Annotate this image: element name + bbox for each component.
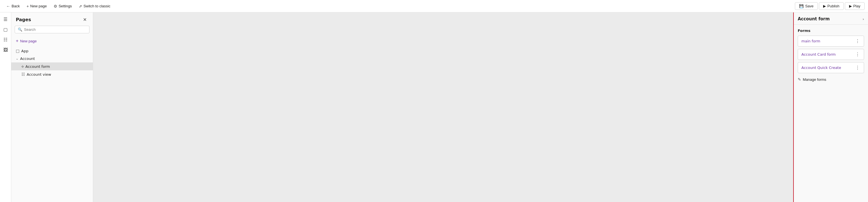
chevron-down-icon: ⌄ (16, 57, 18, 60)
switch-classic-button[interactable]: ⇗ Switch to classic (76, 3, 113, 9)
search-icon: 🔍 (18, 27, 22, 32)
nav-item-app[interactable]: □ App (11, 47, 93, 55)
nav-item-account-view-label: Account view (27, 72, 51, 77)
forms-section-label: Forms (798, 29, 864, 33)
new-page-label: New page (30, 4, 47, 8)
close-pages-button[interactable]: ✕ (81, 17, 88, 23)
plus-icon: + (16, 38, 18, 44)
play-button[interactable]: ▶ Play (845, 2, 865, 10)
search-box: 🔍 (15, 26, 90, 33)
form-item-quick-create-label: Account Quick Create (801, 65, 841, 70)
back-label: Back (11, 4, 20, 8)
save-icon: 💾 (799, 4, 804, 8)
plus-icon: + (27, 4, 29, 8)
icon-rail: ☰ ▢ ☷ 🖼 (0, 12, 11, 202)
search-input[interactable] (24, 27, 86, 32)
publish-button[interactable]: ▶ Publish (819, 2, 844, 10)
switch-classic-label: Switch to classic (84, 4, 111, 8)
topbar-left: ← Back + New page ⚙ Settings ⇗ Switch to… (3, 3, 795, 9)
pages-title: Pages (16, 17, 31, 22)
form-item-card-label: Account Card form (801, 52, 836, 57)
manage-forms-label: Manage forms (803, 78, 826, 82)
back-button[interactable]: ← Back (3, 3, 23, 9)
switch-icon: ⇗ (79, 4, 82, 8)
nav-item-account-form[interactable]: ⎆ Account form (11, 62, 93, 70)
form-item-card[interactable]: Account Card form ⋮ (798, 49, 864, 60)
right-panel-title: Account form (798, 17, 830, 22)
page-icon[interactable]: ▢ (1, 25, 10, 34)
form-item-main-more-button[interactable]: ⋮ (855, 38, 860, 44)
new-page-panel-button[interactable]: + New page (11, 37, 93, 45)
settings-button[interactable]: ⚙ Settings (51, 3, 75, 9)
form-item-main[interactable]: main form ⋮ (798, 36, 864, 47)
save-label: Save (805, 4, 813, 8)
form-icon: ⎆ (22, 64, 24, 69)
settings-label: Settings (59, 4, 72, 8)
topbar-right: 💾 Save ▶ Publish ▶ Play (795, 2, 865, 10)
nav-tree: □ App ⌄ Account ⎆ Account form ☷ Account… (11, 47, 93, 202)
form-item-main-label: main form (801, 39, 820, 43)
back-icon: ← (6, 4, 10, 8)
list-icon[interactable]: ☷ (1, 35, 10, 44)
play-label: Play (853, 4, 860, 8)
new-page-button[interactable]: + New page (24, 3, 50, 9)
new-page-panel-label: New page (20, 39, 37, 43)
right-panel: Account form › Forms main form ⋮ Account… (793, 12, 868, 202)
hamburger-icon[interactable]: ☰ (1, 15, 10, 24)
form-item-quick-create[interactable]: Account Quick Create ⋮ (798, 62, 864, 73)
nav-item-account-view[interactable]: ☷ Account view (11, 70, 93, 78)
save-button[interactable]: 💾 Save (795, 2, 818, 10)
app-icon: □ (16, 49, 20, 53)
manage-forms-button[interactable]: ✎ Manage forms (798, 76, 826, 83)
canvas-area (93, 12, 793, 202)
form-item-quick-create-more-button[interactable]: ⋮ (855, 65, 860, 70)
pencil-icon: ✎ (798, 77, 801, 82)
nav-item-account[interactable]: ⌄ Account (11, 55, 93, 62)
table-icon: ☷ (22, 72, 25, 77)
nav-item-account-form-label: Account form (25, 64, 50, 69)
gear-icon: ⚙ (54, 4, 57, 8)
pages-panel: Pages ✕ 🔍 + New page □ App ⌄ Account ⎆ (11, 12, 93, 202)
right-panel-header: Account form › (794, 12, 868, 25)
db-icon[interactable]: 🖼 (1, 45, 10, 54)
topbar: ← Back + New page ⚙ Settings ⇗ Switch to… (0, 0, 868, 12)
right-panel-content: Forms main form ⋮ Account Card form ⋮ Ac… (794, 25, 868, 202)
chevron-right-icon: › (863, 17, 864, 21)
form-item-card-more-button[interactable]: ⋮ (855, 52, 860, 57)
play-icon: ▶ (849, 4, 852, 8)
nav-item-account-label: Account (20, 57, 35, 61)
publish-icon: ▶ (823, 4, 826, 8)
publish-label: Publish (827, 4, 839, 8)
main-layout: ☰ ▢ ☷ 🖼 Pages ✕ 🔍 + New page □ App ⌄ (0, 12, 868, 202)
nav-item-app-label: App (21, 49, 28, 53)
pages-panel-header: Pages ✕ (11, 12, 93, 26)
